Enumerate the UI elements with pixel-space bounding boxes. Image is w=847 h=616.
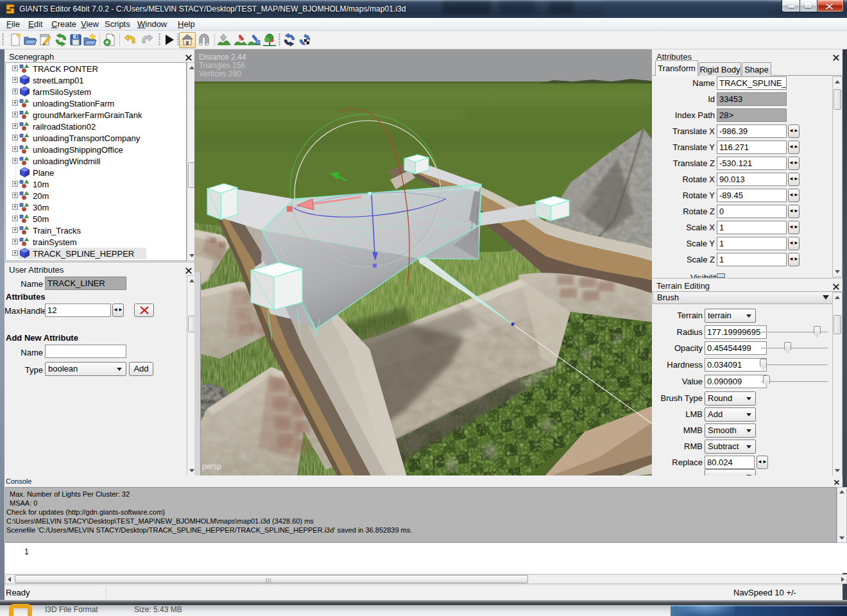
svg-text:Triangles 156: Triangles 156 xyxy=(199,61,246,70)
svg-text:persp: persp xyxy=(202,462,221,471)
svg-text:Distance 2.44: Distance 2.44 xyxy=(199,53,246,62)
svg-text:Vertices 280: Vertices 280 xyxy=(199,69,241,78)
